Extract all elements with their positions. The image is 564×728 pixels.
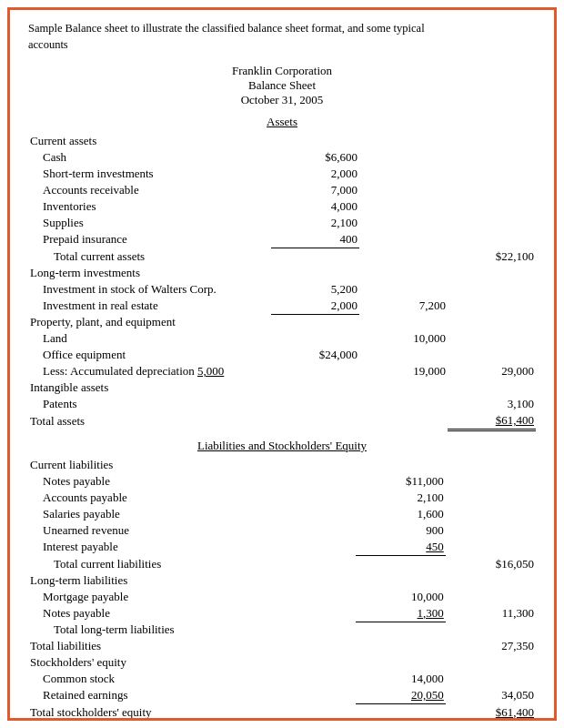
office-equip-value: $24,000: [271, 347, 359, 363]
table-row: Property, plant, and equipment: [28, 314, 536, 330]
table-row: Total current liabilities $16,050: [28, 556, 536, 572]
table-row: Total assets $61,400: [28, 412, 536, 430]
table-row: Total liabilities 27,350: [28, 638, 536, 654]
table-row: Prepaid insurance 400: [28, 231, 536, 248]
intro-text: Sample Balance sheet to illustrate the c…: [28, 21, 536, 53]
inv-walters-value: 5,200: [271, 281, 359, 298]
company-name: Franklin Corporation: [28, 64, 536, 78]
table-row: Intangible assets: [28, 379, 536, 396]
patents-value: 3,100: [448, 396, 536, 412]
notes-pay2-value: 1,300: [356, 605, 446, 622]
table-row: Current liabilities: [28, 457, 536, 473]
doc-date: October 31, 2005: [28, 93, 536, 107]
table-row: Investment in stock of Walters Corp. 5,2…: [28, 281, 536, 298]
interest-pay-label: Interest payable: [28, 539, 277, 556]
accounts-pay-value: 2,100: [356, 490, 446, 506]
table-row: Accounts receivable 7,000: [28, 182, 536, 198]
total-assets-label: Total assets: [28, 412, 271, 430]
total-current-liab-value: $16,050: [446, 556, 536, 572]
table-row: Less: Accumulated depreciation 5,000 19,…: [28, 363, 536, 379]
total-liabilities-value: 27,350: [446, 638, 536, 654]
table-row: Mortgage payable 10,000: [28, 589, 536, 605]
retained-earnings-value: 20,050: [356, 687, 446, 704]
table-row: Short-term investments 2,000: [28, 166, 536, 182]
total-longterm-liab-label: Total long-term liabilities: [28, 622, 277, 638]
accounts-rec-label: Accounts receivable: [28, 182, 271, 198]
less-accum-val: 5,000: [197, 364, 224, 378]
inv-realestate-value: 2,000: [271, 298, 359, 315]
unearned-rev-value: 900: [356, 522, 446, 539]
company-header: Franklin Corporation Balance Sheet Octob…: [28, 64, 536, 107]
intangible-header: Intangible assets: [28, 379, 271, 396]
supplies-value: 2,100: [271, 215, 359, 231]
table-row: Current assets: [28, 133, 536, 149]
cash-label: Cash: [28, 149, 271, 166]
retained-earnings-label: Retained earnings: [28, 687, 277, 704]
table-row: Total stockholders' equity $61,400: [28, 704, 536, 722]
prepaid-value: 400: [271, 231, 359, 248]
inventories-value: 4,000: [271, 198, 359, 215]
land-value: 10,000: [359, 330, 448, 347]
intro-line2: accounts: [28, 38, 68, 51]
doc-title: Balance Sheet: [28, 78, 536, 93]
mortgage-pay-value: 10,000: [356, 589, 446, 605]
total-liabilities-label: Total liabilities: [28, 638, 277, 654]
table-row: Notes payable 1,300 11,300: [28, 605, 536, 622]
office-equip-label: Office equipment: [28, 347, 271, 363]
total-current-assets-value: $22,100: [448, 248, 536, 265]
table-row: Total long-term liabilities: [28, 622, 536, 638]
total-stockholders-label: Total stockholders' equity: [28, 704, 277, 722]
table-row: Inventories 4,000: [28, 198, 536, 215]
table-row: Notes payable $11,000: [28, 473, 536, 490]
table-row: Supplies 2,100: [28, 215, 536, 231]
inv-walters-label: Investment in stock of Walters Corp.: [28, 281, 271, 298]
current-assets-header: Current assets: [28, 133, 271, 149]
accounts-rec-value: 7,000: [271, 182, 359, 198]
total-current-liab-label: Total current liabilities: [28, 556, 277, 572]
common-stock-value: 14,000: [356, 671, 446, 687]
inventories-label: Inventories: [28, 198, 271, 215]
longterm-liab-header: Long-term liabilities: [28, 572, 277, 589]
prepaid-label: Prepaid insurance: [28, 231, 271, 248]
table-row: Long-term investments: [28, 265, 536, 281]
table-row: Office equipment $24,000: [28, 347, 536, 363]
table-row: Unearned revenue 900: [28, 522, 536, 539]
common-stock-label: Common stock: [28, 671, 277, 687]
accounts-pay-label: Accounts payable: [28, 490, 277, 506]
notes-pay2-total: 11,300: [446, 605, 536, 622]
ppe-header: Property, plant, and equipment: [28, 314, 271, 330]
notes-pay-value: $11,000: [356, 473, 446, 490]
land-label: Land: [28, 330, 271, 347]
table-row: Land 10,000: [28, 330, 536, 347]
table-row: Accounts payable 2,100: [28, 490, 536, 506]
table-row: Retained earnings 20,050 34,050: [28, 687, 536, 704]
table-row: Long-term liabilities: [28, 572, 536, 589]
liabilities-table: Current liabilities Notes payable $11,00…: [28, 457, 536, 721]
less-accum-text: Less: Accumulated depreciation: [43, 364, 195, 378]
table-row: Investment in real estate 2,000 7,200: [28, 298, 536, 315]
short-term-label: Short-term investments: [28, 166, 271, 182]
inv-realestate-label: Investment in real estate: [28, 298, 271, 315]
ppe-total: 29,000: [448, 363, 536, 379]
stockholders-header: Stockholders' equity: [28, 654, 277, 671]
assets-title: Assets: [28, 115, 536, 129]
total-stockholders-value: $61,400: [446, 704, 536, 722]
short-term-value: 2,000: [271, 166, 359, 182]
total-assets-value: $61,400: [448, 412, 536, 430]
table-row: Cash $6,600: [28, 149, 536, 166]
longterm-inv-header: Long-term investments: [28, 265, 271, 281]
table-row: Patents 3,100: [28, 396, 536, 412]
table-row: Salaries payable 1,600: [28, 506, 536, 522]
retained-earnings-total: 34,050: [446, 687, 536, 704]
table-row: Interest payable 450: [28, 539, 536, 556]
patents-label: Patents: [28, 396, 271, 412]
table-row: Total current assets $22,100: [28, 248, 536, 265]
unearned-rev-label: Unearned revenue: [28, 522, 277, 539]
supplies-label: Supplies: [28, 215, 271, 231]
less-accum-net: 19,000: [359, 363, 448, 379]
liabilities-title: Liabilities and Stockholders' Equity: [28, 439, 536, 453]
intro-line1: Sample Balance sheet to illustrate the c…: [28, 22, 425, 35]
notes-pay-label: Notes payable: [28, 473, 277, 490]
current-liab-header: Current liabilities: [28, 457, 277, 473]
page-container: Sample Balance sheet to illustrate the c…: [7, 7, 557, 721]
